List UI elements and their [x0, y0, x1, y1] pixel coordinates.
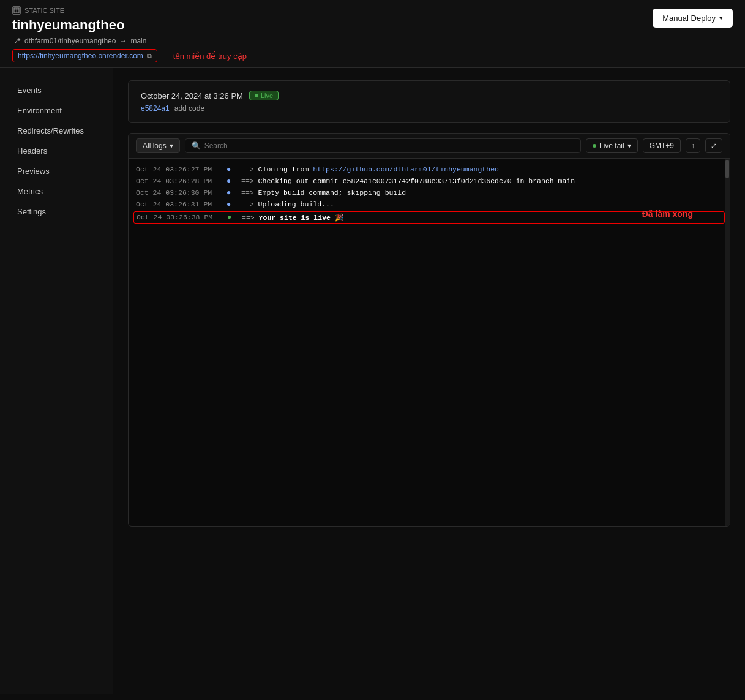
- fullscreen-button[interactable]: ⤢: [705, 138, 722, 153]
- log-line: Oct 24 03:26:27 PM ● ==> Cloning from ht…: [136, 165, 722, 175]
- main-layout: Events Environment Redirects/Rewrites He…: [0, 68, 745, 694]
- search-box: 🔍: [185, 138, 581, 153]
- gmt-label: GMT+9: [650, 141, 674, 150]
- log-status-icon: ●: [226, 189, 236, 197]
- log-line: Oct 24 03:26:30 PM ● ==> Empty build com…: [136, 188, 722, 198]
- sidebar-item-events[interactable]: Events: [0, 80, 113, 100]
- static-site-text: STATIC SITE: [24, 7, 64, 14]
- site-url-box[interactable]: https://tinhyeumangtheo.onrender.com ⧉: [12, 49, 157, 62]
- fullscreen-icon: ⤢: [711, 141, 717, 150]
- log-line: Oct 24 03:26:28 PM ● ==> Checking out co…: [136, 176, 722, 186]
- log-status-icon: ●: [226, 200, 236, 209]
- log-panel: All logs ▾ 🔍 Live tail ▾ GMT+9 ↑: [128, 133, 730, 527]
- commit-message: add code: [174, 104, 204, 113]
- log-time: Oct 24 03:26:27 PM: [136, 165, 222, 173]
- chevron-down-icon: ▾: [719, 14, 723, 22]
- log-toolbar: All logs ▾ 🔍 Live tail ▾ GMT+9 ↑: [129, 134, 730, 159]
- log-status-icon: ●: [227, 213, 237, 222]
- static-site-label: STATIC SITE: [12, 6, 247, 15]
- live-badge: Live: [249, 91, 279, 100]
- scrollbar-thumb[interactable]: [725, 160, 729, 178]
- log-message: ==> Empty build command; skipping build: [241, 189, 722, 197]
- scroll-up-icon: ↑: [691, 141, 695, 150]
- manual-deploy-button[interactable]: Manual Deploy ▾: [653, 9, 733, 28]
- site-type-icon: [12, 6, 21, 15]
- copy-icon[interactable]: ⧉: [147, 52, 152, 60]
- deploy-timestamp: October 24, 2024 at 3:26 PM: [141, 91, 243, 100]
- sidebar-item-previews[interactable]: Previews: [0, 161, 113, 181]
- live-tail-chevron: ▾: [627, 141, 631, 150]
- repo-icon: ⎇: [12, 37, 21, 45]
- header-actions: Manual Deploy ▾: [653, 6, 733, 28]
- all-logs-chevron: ▾: [170, 141, 173, 150]
- sidebar-item-metrics[interactable]: Metrics: [0, 181, 113, 201]
- sidebar-item-settings[interactable]: Settings: [0, 201, 113, 222]
- log-status-icon: ●: [226, 177, 236, 186]
- live-tail-button[interactable]: Live tail ▾: [586, 138, 638, 153]
- scrollbar-right[interactable]: [725, 159, 730, 526]
- search-icon: 🔍: [192, 141, 201, 150]
- live-tail-dot: [593, 144, 596, 148]
- log-content: Oct 24 03:26:27 PM ● ==> Cloning from ht…: [129, 159, 730, 526]
- sidebar-item-environment[interactable]: Environment: [0, 100, 113, 121]
- log-line-highlighted: Oct 24 03:26:38 PM ● ==> Your site is li…: [133, 211, 725, 224]
- all-logs-button[interactable]: All logs ▾: [136, 138, 180, 153]
- log-line: Oct 24 03:26:31 PM ● ==> Uploading build…: [136, 200, 722, 209]
- log-time: Oct 24 03:26:38 PM: [137, 213, 222, 221]
- done-annotation-label: Đã làm xong: [642, 209, 693, 219]
- sidebar: Events Environment Redirects/Rewrites He…: [0, 68, 113, 694]
- repo-branch: main: [130, 37, 146, 45]
- sidebar-item-redirects-rewrites[interactable]: Redirects/Rewrites: [0, 121, 113, 141]
- sidebar-item-headers[interactable]: Headers: [0, 141, 113, 161]
- live-tail-label: Live tail: [599, 141, 624, 150]
- site-url-link[interactable]: https://tinhyeumangtheo.onrender.com: [18, 51, 143, 60]
- deploy-header: October 24, 2024 at 3:26 PM Live: [141, 91, 717, 100]
- manual-deploy-label: Manual Deploy: [662, 13, 716, 23]
- top-header: STATIC SITE tinhyeumangtheo ⎇ dthfarm01/…: [0, 0, 745, 68]
- site-title: tinhyeumangtheo: [12, 17, 247, 33]
- log-time: Oct 24 03:26:30 PM: [136, 189, 222, 197]
- live-label: Live: [261, 92, 273, 99]
- domain-label: tên miền để truy cập: [173, 51, 247, 61]
- clone-url-link[interactable]: https://github.com/dthfarm01/tinhyeumang…: [313, 165, 499, 173]
- gmt-button[interactable]: GMT+9: [643, 138, 681, 153]
- commit-hash-link[interactable]: e5824a1: [141, 104, 170, 113]
- repo-info: ⎇ dthfarm01/tinhyeumangtheo → main: [12, 37, 247, 45]
- log-message: ==> Uploading build...: [241, 200, 722, 208]
- log-time: Oct 24 03:26:28 PM: [136, 177, 222, 185]
- log-time: Oct 24 03:26:31 PM: [136, 200, 222, 208]
- repo-separator: →: [119, 37, 127, 45]
- header-left: STATIC SITE tinhyeumangtheo ⎇ dthfarm01/…: [12, 6, 247, 62]
- content-area: October 24, 2024 at 3:26 PM Live e5824a1…: [113, 68, 745, 694]
- log-message: ==> Cloning from https://github.com/dthf…: [241, 165, 722, 173]
- deploy-card: October 24, 2024 at 3:26 PM Live e5824a1…: [128, 80, 730, 123]
- log-message: ==> Checking out commit e5824a1c00731742…: [241, 177, 722, 185]
- live-dot: [255, 94, 258, 97]
- scroll-up-button[interactable]: ↑: [686, 138, 700, 153]
- log-status-icon: ●: [226, 165, 236, 174]
- deploy-commit: e5824a1 add code: [141, 104, 717, 113]
- repo-name: dthfarm01/tinhyeumangtheo: [24, 37, 116, 45]
- search-input[interactable]: [204, 141, 574, 150]
- all-logs-label: All logs: [143, 141, 167, 150]
